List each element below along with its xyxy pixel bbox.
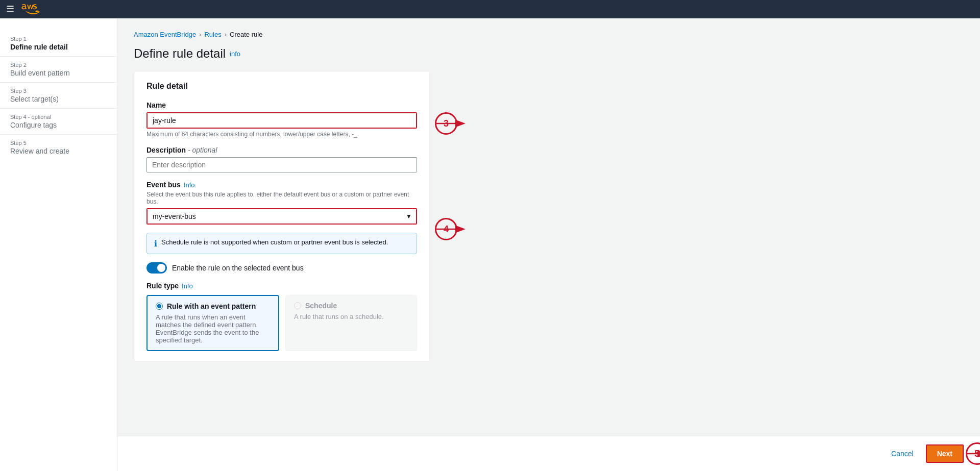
event-pattern-desc: A rule that runs when an event matches t… bbox=[156, 313, 270, 344]
annotation-circle-5: 5 bbox=[966, 442, 980, 465]
page-title: Define rule detail bbox=[134, 46, 226, 61]
card-title: Rule detail bbox=[146, 82, 417, 91]
next-button-wrapper: Next 5 bbox=[926, 444, 964, 463]
rule-type-schedule: Schedule A rule that runs on a schedule. bbox=[285, 295, 417, 351]
rule-type-info-link[interactable]: Info bbox=[182, 282, 193, 290]
event-bus-field: Event bus Info Select the event bus this… bbox=[146, 181, 417, 225]
name-field: Name Maximum of 64 characters consisting… bbox=[146, 101, 417, 138]
event-bus-label: Event bus bbox=[146, 181, 181, 189]
top-bar: ☰ bbox=[0, 0, 980, 18]
breadcrumb-rules[interactable]: Rules bbox=[204, 31, 221, 38]
rule-type-options: Rule with an event pattern A rule that r… bbox=[146, 295, 417, 351]
description-field: Description - optional bbox=[146, 146, 417, 172]
schedule-title: Schedule bbox=[305, 302, 337, 310]
event-bus-info-link[interactable]: Info bbox=[184, 181, 195, 189]
info-box-text: Schedule rule is not supported when cust… bbox=[161, 238, 388, 246]
hamburger-menu[interactable]: ☰ bbox=[6, 4, 14, 15]
sidebar-step-4[interactable]: Step 4 - optional Configure tags bbox=[0, 109, 117, 135]
toggle-row: Enable the rule on the selected event bu… bbox=[146, 262, 417, 274]
description-input[interactable] bbox=[146, 157, 417, 172]
annotation-3: 3 bbox=[435, 116, 476, 131]
event-bus-hint: Select the event bus this rule applies t… bbox=[146, 191, 417, 205]
page-info-link[interactable]: info bbox=[230, 50, 240, 58]
info-box: ℹ Schedule rule is not supported when cu… bbox=[146, 233, 417, 254]
rule-type-event-pattern[interactable]: Rule with an event pattern A rule that r… bbox=[146, 295, 279, 351]
info-circle-icon: ℹ bbox=[154, 239, 157, 249]
rule-type-section: Rule type Info Rule with an event patter… bbox=[146, 282, 417, 351]
annotation-4: 4 bbox=[435, 221, 476, 237]
enable-rule-toggle[interactable] bbox=[146, 262, 167, 274]
annotation-circle-3: 3 bbox=[435, 112, 457, 135]
annotation-5: 5 bbox=[966, 446, 980, 461]
sidebar-step-1[interactable]: Step 1 Define rule detail bbox=[0, 31, 117, 57]
main-content: Amazon EventBridge › Rules › Create rule… bbox=[117, 18, 980, 436]
sidebar-step-3[interactable]: Step 3 Select target(s) bbox=[0, 83, 117, 109]
event-pattern-radio[interactable] bbox=[156, 303, 163, 310]
cancel-button[interactable]: Cancel bbox=[885, 447, 920, 461]
rule-detail-card: Rule detail Name Maximum of 64 character… bbox=[134, 71, 430, 362]
rule-type-label: Rule type bbox=[146, 282, 179, 290]
event-bus-select[interactable]: default my-event-bus bbox=[146, 208, 417, 225]
next-button[interactable]: Next bbox=[926, 444, 964, 463]
bottom-bar: Cancel Next 5 bbox=[117, 436, 980, 471]
breadcrumb: Amazon EventBridge › Rules › Create rule bbox=[134, 31, 964, 38]
sidebar-step-5[interactable]: Step 5 Review and create bbox=[0, 135, 117, 160]
toggle-label: Enable the rule on the selected event bu… bbox=[172, 264, 304, 272]
description-label: Description - optional bbox=[146, 146, 417, 154]
breadcrumb-current: Create rule bbox=[230, 31, 262, 38]
schedule-desc: A rule that runs on a schedule. bbox=[294, 313, 408, 320]
schedule-radio bbox=[294, 302, 301, 309]
name-label: Name bbox=[146, 101, 417, 109]
breadcrumb-eventbridge[interactable]: Amazon EventBridge bbox=[134, 31, 196, 38]
annotation-circle-4: 4 bbox=[435, 218, 457, 240]
page-title-row: Define rule detail info bbox=[134, 46, 964, 61]
event-pattern-title: Rule with an event pattern bbox=[167, 302, 256, 310]
aws-logo bbox=[20, 3, 41, 15]
sidebar: Step 1 Define rule detail Step 2 Build e… bbox=[0, 18, 117, 471]
event-bus-select-wrapper: default my-event-bus ▼ bbox=[146, 208, 417, 225]
name-input[interactable] bbox=[146, 112, 417, 129]
sidebar-step-2[interactable]: Step 2 Build event pattern bbox=[0, 57, 117, 83]
name-hint: Maximum of 64 characters consisting of n… bbox=[146, 131, 417, 138]
